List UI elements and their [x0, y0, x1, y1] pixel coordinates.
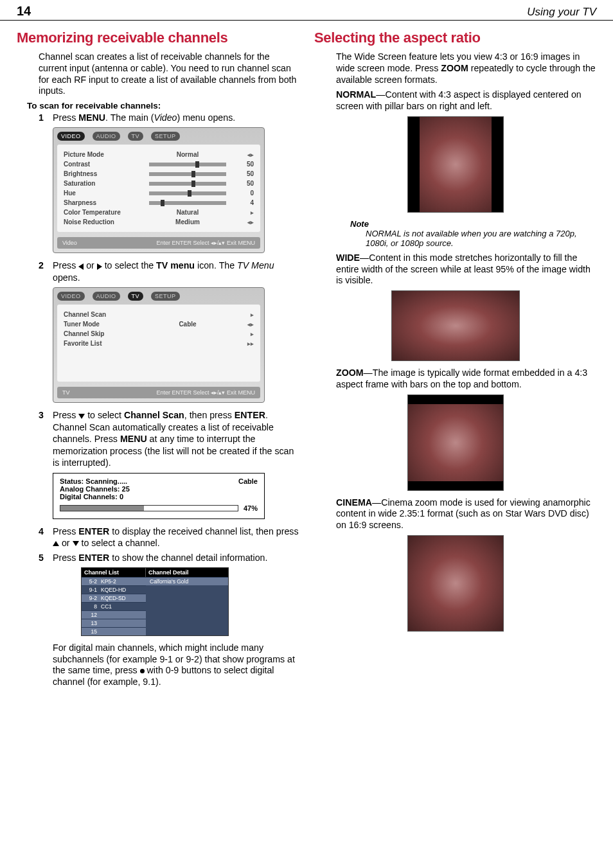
- cinema-desc: CINEMA—Cinema zoom mode is used for view…: [314, 497, 596, 531]
- menu-footer: Video Enter ENTER Select ◂▸/▴▾ Exit MENU: [57, 237, 260, 249]
- ch-row: 5-2KP5-2: [82, 577, 146, 585]
- normal-photo: [407, 116, 504, 213]
- right-column: Selecting the aspect ratio The Wide Scre…: [314, 26, 596, 692]
- chlist-head-left: Channel List: [82, 568, 146, 577]
- step-5: 5 Press ENTER to show the channel detail…: [39, 552, 299, 563]
- video-menu-screenshot: VIDEO AUDIO TV SETUP Picture ModeNormal◂…: [53, 127, 265, 253]
- intro-text: Channel scan creates a list of receivabl…: [17, 51, 299, 97]
- dot-icon: [140, 669, 145, 673]
- tab-tv: TV: [128, 132, 144, 141]
- down-arrow-icon: [73, 541, 79, 546]
- normal-desc: NORMAL—Content with 4:3 aspect is displa…: [314, 89, 596, 112]
- wide-photo: [391, 290, 520, 361]
- running-head: Using your TV: [527, 6, 596, 19]
- step-4: 4 Press ENTER to display the received ch…: [39, 526, 299, 549]
- ch-row: 9-1KQED-HD: [82, 585, 146, 594]
- tab-setup: SETUP: [151, 292, 180, 301]
- down-arrow-icon: [78, 414, 85, 419]
- row-noise-red: Noise ReductionMedium◂▸: [64, 217, 254, 227]
- ch-row: 8CC1: [82, 602, 146, 610]
- left-column: Memorizing receivable channels Channel s…: [17, 26, 299, 692]
- row-saturation: Saturation50: [64, 179, 254, 188]
- note-block: Note NORMAL is not available when you ar…: [350, 219, 596, 249]
- ch-row: 12: [82, 610, 146, 619]
- tab-row: VIDEO AUDIO TV SETUP: [57, 292, 260, 301]
- tab-tv: TV: [128, 292, 144, 301]
- tab-audio: AUDIO: [93, 292, 120, 301]
- zoom-desc: ZOOM—The image is typically wide format …: [314, 368, 596, 391]
- scan-status-text: Status: Scanning.....: [60, 477, 127, 485]
- progress-pct: 47%: [244, 504, 258, 512]
- tv-menu-screenshot: VIDEO AUDIO TV SETUP Channel Scan▸ Tuner…: [53, 287, 265, 403]
- tab-video: VIDEO: [57, 292, 85, 301]
- menu-body: Channel Scan▸ Tuner ModeCable◂▸ Channel …: [57, 305, 260, 382]
- page-number: 14: [17, 4, 31, 19]
- heading-memorizing: Memorizing receivable channels: [17, 30, 299, 46]
- channel-list-screenshot: Channel List Channel Detail 5-2KP5-2 9-1…: [81, 567, 229, 636]
- aspect-intro: The Wide Screen feature lets you view 4:…: [314, 51, 596, 85]
- analog-count: Analog Channels: 25: [60, 485, 258, 493]
- digital-count: Digital Channels: 0: [60, 493, 258, 500]
- step-2: 2 Press or to select the TV menu icon. T…: [39, 260, 299, 283]
- chlist-head-right: Channel Detail: [146, 568, 228, 577]
- zoom-photo: [407, 394, 504, 491]
- menu-footer: TV Enter ENTER Select ◂▸/▴▾ Exit MENU: [57, 387, 260, 398]
- row-channel-skip: Channel Skip▸: [64, 329, 254, 339]
- tab-video: VIDEO: [57, 132, 85, 141]
- right-arrow-icon: [97, 263, 102, 270]
- page-header: 14 Using your TV: [0, 0, 613, 21]
- progress-bar: [60, 505, 238, 511]
- ch-row: 9-2KQED-SD: [82, 594, 146, 602]
- cinema-photo: [407, 535, 504, 632]
- scan-mode: Cable: [238, 477, 258, 485]
- scan-subhead: To scan for receivable channels:: [17, 101, 299, 111]
- tab-row: VIDEO AUDIO TV SETUP: [57, 132, 260, 141]
- step-1: 1 Press MENU. The main (Video) menu open…: [39, 112, 299, 123]
- row-color-temp: Color TemperatureNatural▸: [64, 208, 254, 217]
- row-channel-scan: Channel Scan▸: [64, 310, 254, 319]
- row-sharpness: Sharpness4: [64, 198, 254, 208]
- scan-status-box: Status: Scanning..... Cable Analog Chann…: [53, 473, 265, 519]
- up-arrow-icon: [53, 541, 59, 546]
- row-contrast: Contrast50: [64, 159, 254, 169]
- tail-text: For digital main channels, which might i…: [17, 642, 299, 688]
- row-picture-mode: Picture ModeNormal◂▸: [64, 150, 254, 159]
- row-brightness: Brightness50: [64, 169, 254, 179]
- heading-aspect: Selecting the aspect ratio: [314, 30, 596, 46]
- ch-row: 15: [82, 627, 146, 635]
- ch-row: 13: [82, 619, 146, 627]
- step-3: 3 Press to select Channel Scan, then pre…: [39, 409, 299, 468]
- menu-body: Picture ModeNormal◂▸ Contrast50 Brightne…: [57, 145, 260, 232]
- row-favorite-list: Favorite List▸▸: [64, 339, 254, 348]
- ch-detail: Calfornia's Gold: [146, 577, 228, 585]
- row-hue: Hue0: [64, 188, 254, 198]
- tab-audio: AUDIO: [93, 132, 120, 141]
- wide-desc: WIDE—Content in this mode stretches hori…: [314, 252, 596, 287]
- tab-setup: SETUP: [151, 132, 180, 141]
- row-tuner-mode: Tuner ModeCable◂▸: [64, 319, 254, 329]
